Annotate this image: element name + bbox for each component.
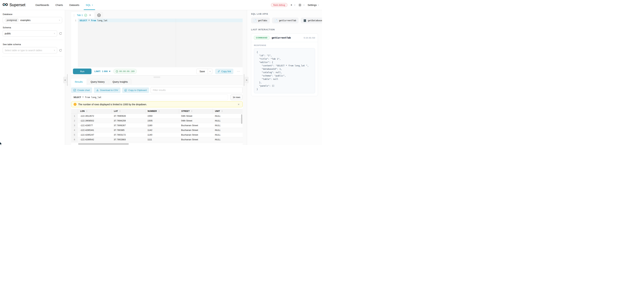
theme-toggle-button[interactable]: ∨: [298, 3, 304, 6]
last-interaction-title: LAST INTERACTION: [251, 28, 318, 31]
column-header-street[interactable]: STREET: [179, 109, 213, 113]
new-item-button[interactable]: + ∨: [290, 3, 296, 7]
chevron-down-icon: ∨: [318, 4, 319, 6]
drag-handle-icon[interactable]: ⋮: [73, 14, 75, 16]
sql-editor-main: ⋮ Tab 1 ✕: [65, 10, 247, 145]
refresh-tables-icon[interactable]: [59, 49, 62, 52]
splitter-drag-handle[interactable]: [154, 77, 160, 78]
get-databases-button[interactable]: 🗄️ getDatabases: [301, 17, 322, 23]
row-number-column-header: [71, 109, 78, 113]
column-label: UNIT: [215, 110, 220, 112]
query-preview-row: SELECT * from long_lat 1k rows: [71, 94, 243, 100]
run-query-button[interactable]: Run: [73, 68, 92, 74]
chevron-down-icon: ∨: [59, 19, 60, 21]
collapse-api-panel-handle[interactable]: >: [245, 77, 248, 83]
clock-icon: [116, 70, 118, 73]
executed-query-preview: SELECT * from long_lat: [71, 94, 228, 100]
table-cell: NULL: [213, 137, 243, 142]
collapse-sidebar-handle[interactable]: <: [63, 77, 67, 83]
table-cell: 37.7694259: [112, 118, 145, 123]
pane-splitter[interactable]: [71, 76, 243, 79]
sort-icon[interactable]: [222, 110, 223, 112]
environment-badge: flask-debug: [271, 3, 288, 7]
table-row: 5-122.428524737.78031721140Buchanan Stre…: [71, 133, 243, 137]
save-options-caret[interactable]: ∨: [208, 69, 212, 74]
table-cell: NULL: [213, 118, 243, 123]
filter-results-input[interactable]: [151, 87, 243, 93]
table-select-placeholder: Select table or type to search tables: [5, 49, 42, 52]
brand-name: Superset: [10, 3, 25, 7]
warning-message: The number of rows displayed is limited …: [78, 103, 147, 106]
tab-results[interactable]: Results: [71, 79, 86, 85]
results-panel: Create chart Download to CSV: [71, 85, 243, 145]
close-tab-icon[interactable]: ✕: [89, 14, 92, 17]
chevron-down-icon: ∨: [303, 4, 304, 6]
nav-item-datasets[interactable]: Datasets: [67, 0, 82, 10]
column-label: LAT: [114, 110, 118, 112]
tab-query-insights[interactable]: Query Insights: [109, 79, 132, 85]
tab-query-history[interactable]: Query history: [87, 79, 108, 85]
refresh-schemas-icon[interactable]: [59, 32, 62, 35]
get-tabs-button[interactable]: 📄 getTabs: [251, 17, 270, 23]
column-header-lat[interactable]: LAT: [112, 109, 145, 113]
horizontal-scrollbar-thumb[interactable]: [78, 143, 129, 145]
sql-code-editor[interactable]: 1 SELECT * from long_lat: [71, 18, 243, 67]
warning-icon: !: [74, 103, 76, 106]
link-icon: [218, 70, 220, 73]
copy-to-clipboard-button[interactable]: Copy to Clipboard: [122, 87, 149, 93]
interaction-header: COMMAND getCurrentTab 9:34:48 AM: [251, 33, 318, 42]
copy-icon: [124, 89, 127, 91]
more-options-button[interactable]: ···: [236, 70, 241, 73]
table-row: 1-122.391267237.7690928155004th StreetNU…: [71, 114, 243, 118]
sort-icon[interactable]: [191, 110, 192, 112]
nav-item-dashboards[interactable]: Dashboards: [33, 0, 52, 10]
table-cell: 37.7803172: [112, 133, 145, 137]
last-interaction-card: COMMAND getCurrentTab 9:34:48 AM RESPONS…: [251, 33, 318, 96]
settings-menu[interactable]: Settings ∨: [308, 3, 319, 6]
column-header-lon[interactable]: LON: [78, 109, 112, 113]
table-cell: -122.3912672: [78, 114, 112, 118]
superset-logo[interactable]: Superset: [2, 3, 25, 7]
create-chart-button[interactable]: Create chart: [71, 87, 92, 93]
plus-icon: +: [290, 3, 292, 7]
save-button[interactable]: Save: [196, 69, 208, 74]
file-cabinet-icon: 🗄️: [303, 19, 306, 22]
editor-tab-title: Tab 1: [77, 14, 83, 16]
schema-select[interactable]: public ∨: [3, 30, 57, 36]
nav-item-charts[interactable]: Charts: [53, 0, 66, 10]
schema-browser-sidebar: Database postgresql examples ∨ Schema pu…: [0, 10, 65, 145]
print-margin: [176, 18, 176, 67]
sort-icon[interactable]: [158, 110, 160, 112]
copy-link-button[interactable]: Copy link: [215, 69, 233, 74]
table-cell: Buchanan Street: [179, 133, 213, 137]
caret-down-icon: [109, 71, 110, 72]
sql-code-line: SELECT * from long_lat: [80, 19, 108, 22]
get-current-tab-button[interactable]: 📄 getCurrentTab: [272, 17, 298, 23]
chevron-down-icon: ∨: [54, 32, 55, 34]
vertical-scrollbar-thumb[interactable]: [241, 114, 242, 124]
sort-icon[interactable]: [119, 110, 121, 112]
superset-logo-icon: [2, 3, 8, 7]
editor-tab[interactable]: ⋮ Tab 1 ✕: [71, 12, 94, 18]
horizontal-scrollbar[interactable]: [71, 143, 243, 145]
chevron-down-icon: ∨: [92, 4, 93, 6]
download-csv-button[interactable]: Download to CSV: [94, 87, 120, 93]
limit-dropdown[interactable]: LIMIT: 1 000: [94, 70, 110, 73]
table-select[interactable]: Select table or type to search tables ∨: [3, 47, 57, 53]
table-cell: 1550: [145, 114, 179, 118]
sort-icon[interactable]: [86, 110, 88, 112]
database-select[interactable]: postgresql examples ∨: [3, 17, 62, 23]
table-row: 3-122.42857737.78062671160Buchanan Stree…: [71, 123, 243, 128]
column-label: STREET: [181, 110, 190, 112]
left-pane-scrollbar[interactable]: [67, 74, 68, 86]
right-pane-scrollbar[interactable]: [244, 74, 244, 86]
table-cell: NULL: [213, 123, 243, 128]
response-json: { "id": "1", "title": "Tab 1", "editor":…: [254, 48, 315, 93]
dismiss-warning-icon[interactable]: ✕: [237, 103, 240, 106]
table-cell: 37.7690928: [112, 114, 145, 118]
add-tab-button[interactable]: [95, 12, 103, 18]
column-header-unit[interactable]: UNIT: [213, 109, 243, 113]
column-header-number[interactable]: NUMBER: [145, 109, 179, 113]
nav-item-sql[interactable]: SQL∨: [83, 0, 96, 10]
results-table-header: LONLATNUMBERSTREETUNIT: [71, 109, 243, 114]
